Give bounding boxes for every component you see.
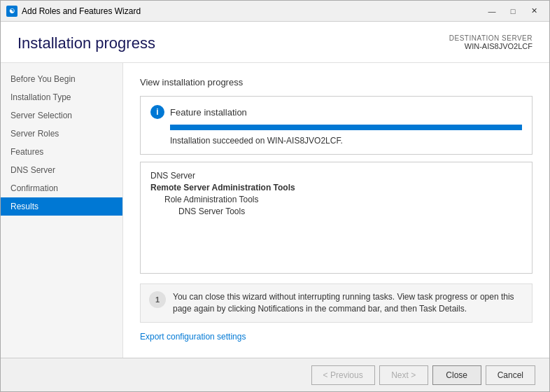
notification-box: 1 You can close this wizard without inte… (140, 284, 533, 323)
sidebar-item-features[interactable]: Features (1, 143, 122, 161)
sidebar-item-installation-type[interactable]: Installation Type (1, 88, 122, 106)
cancel-button[interactable]: Cancel (486, 365, 535, 385)
destination-server-info: DESTINATION SERVER WIN-AIS8JVO2LCF (449, 34, 533, 50)
title-bar: ☯ Add Roles and Features Wizard — □ ✕ (1, 1, 549, 22)
sidebar-item-before-you-begin[interactable]: Before You Begin (1, 70, 122, 88)
window-controls: — □ ✕ (482, 4, 544, 18)
window-title: Add Roles and Features Wizard (22, 6, 482, 16)
info-icon: i (150, 105, 164, 119)
success-message: Installation succeeded on WIN-AIS8JVO2LC… (170, 136, 522, 146)
footer: < Previous Next > Close Cancel (1, 358, 549, 391)
next-button[interactable]: Next > (379, 365, 428, 385)
content-area: Before You BeginInstallation TypeServer … (1, 63, 549, 358)
notification-text: You can close this wizard without interr… (173, 291, 523, 315)
installed-feature: DNS Server (150, 171, 522, 181)
progress-bar-container (170, 125, 522, 130)
destination-label: DESTINATION SERVER (449, 34, 533, 42)
export-link[interactable]: Export configuration settings (140, 332, 246, 342)
wizard-window: ☯ Add Roles and Features Wizard — □ ✕ In… (0, 0, 550, 392)
main-content: View installation progress i Feature ins… (123, 63, 549, 358)
feature-installation-box: i Feature installation Installation succ… (140, 96, 533, 155)
installed-feature: Role Administration Tools (150, 195, 522, 204)
progress-bar-fill (170, 125, 522, 130)
close-button[interactable]: Close (432, 365, 481, 385)
sidebar-item-dns-server[interactable]: DNS Server (1, 161, 122, 179)
close-window-button[interactable]: ✕ (524, 4, 544, 18)
sidebar: Before You BeginInstallation TypeServer … (1, 63, 123, 358)
sidebar-item-confirmation[interactable]: Confirmation (1, 179, 122, 197)
minimize-button[interactable]: — (482, 4, 502, 18)
sidebar-item-results[interactable]: Results (1, 197, 122, 216)
destination-value: WIN-AIS8JVO2LCF (449, 42, 533, 50)
maximize-button[interactable]: □ (503, 4, 523, 18)
notification-icon: 1 (149, 291, 166, 308)
feature-installation-label: Feature installation (170, 107, 247, 118)
sidebar-item-server-selection[interactable]: Server Selection (1, 106, 122, 125)
installed-feature: DNS Server Tools (150, 206, 522, 216)
installed-feature: Remote Server Administration Tools (150, 183, 522, 192)
page-title: Installation progress (17, 34, 155, 52)
installed-features-box: DNS ServerRemote Server Administration T… (140, 162, 533, 274)
window-icon: ☯ (6, 6, 17, 17)
section-title: View installation progress (140, 77, 533, 88)
sidebar-item-server-roles[interactable]: Server Roles (1, 125, 122, 143)
feature-header: i Feature installation (150, 105, 522, 119)
previous-button[interactable]: < Previous (311, 365, 375, 385)
wizard-header: Installation progress DESTINATION SERVER… (1, 22, 549, 63)
